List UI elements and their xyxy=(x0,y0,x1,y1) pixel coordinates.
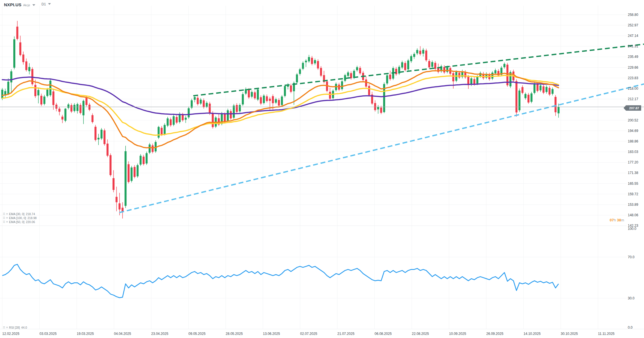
price-axis-label: 200.52 xyxy=(628,118,638,122)
timeframe-selector[interactable]: D1 xyxy=(41,2,51,6)
ema-100-legend: ☰ ✕ EMA [100, 0] 218.98 xyxy=(3,216,37,220)
chart-canvas[interactable]: 258.80252.97247.14241.31235.49229.66223.… xyxy=(0,0,644,338)
indicator-label: EMA [30, 0] xyxy=(9,212,24,216)
price-axis-label: 188.86 xyxy=(628,139,638,143)
date-axis-label: 22.08.2025 xyxy=(412,332,429,336)
price-axis-label: 148.06 xyxy=(628,213,638,217)
price-axis-label: 252.97 xyxy=(628,23,638,27)
instrument-type-label: Akcje xyxy=(23,4,30,7)
instrument-header[interactable]: NXPI.US Akcje xyxy=(4,2,35,7)
price-axis-label: 241.31 xyxy=(628,44,638,48)
rsi-axis-label: 70.0 xyxy=(628,255,635,259)
countdown-minutes: 38 xyxy=(617,218,621,222)
price-axis-label: 235.49 xyxy=(628,55,638,59)
indicator-settings-icon[interactable]: ☰ xyxy=(3,326,5,329)
date-axis-label: 12.02.2025 xyxy=(2,332,19,336)
price-axis-label: 218.00 xyxy=(628,87,638,91)
time-axis[interactable]: 12.02.202503.03.202519.03.202504.04.2025… xyxy=(2,332,615,336)
date-axis-label: 03.03.2025 xyxy=(40,332,57,336)
indicator-settings-icon[interactable]: ☰ xyxy=(3,213,5,215)
price-axis-label: 258.80 xyxy=(628,13,638,17)
indicator-remove-icon[interactable]: ✕ xyxy=(6,221,8,223)
date-axis-label: 06.08.2025 xyxy=(375,332,392,336)
timeframe-label: D1 xyxy=(41,2,46,6)
resistance-trendline[interactable] xyxy=(193,44,644,96)
price-axis-label: 177.20 xyxy=(628,160,638,164)
price-axis-label: 229.66 xyxy=(628,66,638,70)
chevron-down-icon[interactable] xyxy=(48,3,51,5)
date-axis-label: 13.06.2025 xyxy=(263,332,280,336)
price-axis-label: 223.83 xyxy=(628,76,638,80)
current-price-badge: 207.87 xyxy=(624,105,641,111)
indicator-value: 44.0 xyxy=(21,326,27,329)
date-axis-label: 10.09.2025 xyxy=(449,332,466,336)
date-axis-label: 19.03.2025 xyxy=(77,332,94,336)
indicator-label: RSI [28] xyxy=(9,326,20,329)
date-axis-label: 14.10.2025 xyxy=(523,332,541,336)
countdown-hours: 07 xyxy=(610,218,614,222)
date-axis-label: 02.07.2025 xyxy=(300,332,317,336)
date-axis-label: 11.11.2025 xyxy=(598,332,615,336)
date-axis-label: 21.07.2025 xyxy=(337,332,354,336)
price-axis[interactable]: 258.80252.97247.14241.31235.49229.66223.… xyxy=(628,13,638,228)
trading-chart-window: { "header": { "symbol": "NXPI.US", "inst… xyxy=(0,0,644,338)
candlestick-series xyxy=(1,21,560,219)
ema-50-legend: ☰ ✕ EMA [50, 0] 220.06 xyxy=(3,220,35,224)
date-axis-label: 04.04.2025 xyxy=(114,332,131,336)
price-axis-label: 165.55 xyxy=(628,182,638,186)
price-axis-label: 247.14 xyxy=(628,34,638,38)
indicator-value: 218.98 xyxy=(28,216,37,220)
indicator-value: 218.74 xyxy=(26,212,35,216)
price-axis-label: 159.72 xyxy=(628,192,638,196)
price-axis-label: 153.89 xyxy=(628,203,638,207)
indicator-settings-icon[interactable]: ☰ xyxy=(3,221,5,223)
rsi-line[interactable] xyxy=(2,264,558,298)
rsi-legend: ☰ ✕ RSI [28] 44.0 xyxy=(3,326,27,329)
rsi-axis-label: 100.0 xyxy=(628,227,636,231)
date-axis-label: 28.05.2025 xyxy=(226,332,243,336)
instrument-symbol: NXPI.US xyxy=(4,2,21,7)
indicator-remove-icon[interactable]: ✕ xyxy=(6,326,8,329)
ema-30-legend: ☰ ✕ EMA [30, 0] 218.74 xyxy=(3,212,35,216)
indicator-settings-icon[interactable]: ☰ xyxy=(3,217,5,219)
date-axis-label: 30.10.2025 xyxy=(561,332,578,336)
indicator-label: EMA [100, 0] xyxy=(9,216,26,220)
indicator-remove-icon[interactable]: ✕ xyxy=(6,213,8,215)
chevron-down-icon[interactable] xyxy=(32,4,35,6)
indicator-value: 220.06 xyxy=(26,220,35,224)
indicator-label: EMA [50, 0] xyxy=(9,220,24,224)
price-axis-label: 194.69 xyxy=(628,129,638,133)
price-axis-label: 183.03 xyxy=(628,150,638,154)
price-axis-label: 212.17 xyxy=(628,97,638,101)
date-axis-label: 23.04.2025 xyxy=(151,332,168,336)
indicator-remove-icon[interactable]: ✕ xyxy=(6,217,8,219)
price-axis-label: 171.38 xyxy=(628,171,638,175)
rsi-axis-label: 30.0 xyxy=(628,296,635,300)
rsi-axis-label: 0.0 xyxy=(628,326,633,329)
rsi-axis[interactable]: 100.070.030.00.0 xyxy=(628,227,636,329)
candle-countdown: 07h 38m xyxy=(610,218,624,222)
date-axis-label: 09.05.2025 xyxy=(188,332,205,336)
date-axis-label: 26.09.2025 xyxy=(486,332,503,336)
